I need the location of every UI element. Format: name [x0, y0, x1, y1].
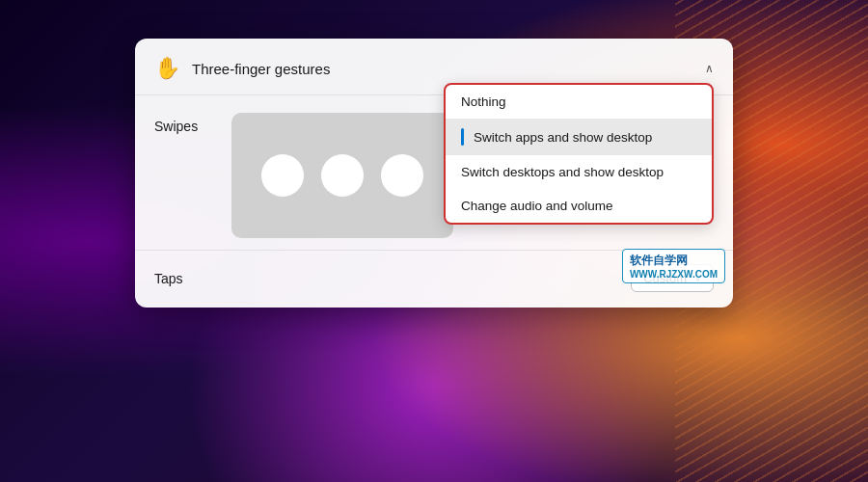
gesture-visual [231, 113, 453, 238]
hand-icon: ✋ [154, 56, 180, 81]
swipes-label: Swipes [154, 113, 231, 134]
selected-indicator [461, 128, 464, 146]
watermark-line1: 软件自学网 [630, 253, 718, 269]
finger-dot-3 [381, 154, 423, 197]
dropdown-nothing-label: Nothing [461, 94, 506, 109]
dropdown-switch-apps-label: Switch apps and show desktop [474, 130, 652, 145]
dropdown-item-nothing[interactable]: Nothing [446, 85, 712, 119]
dropdown-switch-desktops-label: Switch desktops and show desktop [461, 165, 664, 179]
taps-label: Taps [154, 271, 631, 286]
dropdown-item-switch-desktops[interactable]: Switch desktops and show desktop [446, 155, 712, 189]
dropdown-change-audio-label: Change audio and volume [461, 199, 613, 213]
finger-dot-1 [261, 154, 304, 197]
dropdown-popup: Nothing Switch apps and show desktop Swi… [444, 83, 714, 225]
chevron-up-icon[interactable]: ∧ [705, 62, 714, 75]
watermark-line2: WWW.RJZXW.COM [630, 269, 718, 280]
watermark: 软件自学网 WWW.RJZXW.COM [622, 249, 725, 283]
dropdown-item-switch-apps-desktop[interactable]: Switch apps and show desktop [446, 119, 712, 155]
dropdown-item-change-audio[interactable]: Change audio and volume [446, 189, 712, 223]
finger-dot-2 [321, 154, 364, 197]
section-title: Three-finger gestures [192, 61, 705, 77]
section-header: ✋ Three-finger gestures ∧ Nothing Switch… [135, 39, 733, 95]
